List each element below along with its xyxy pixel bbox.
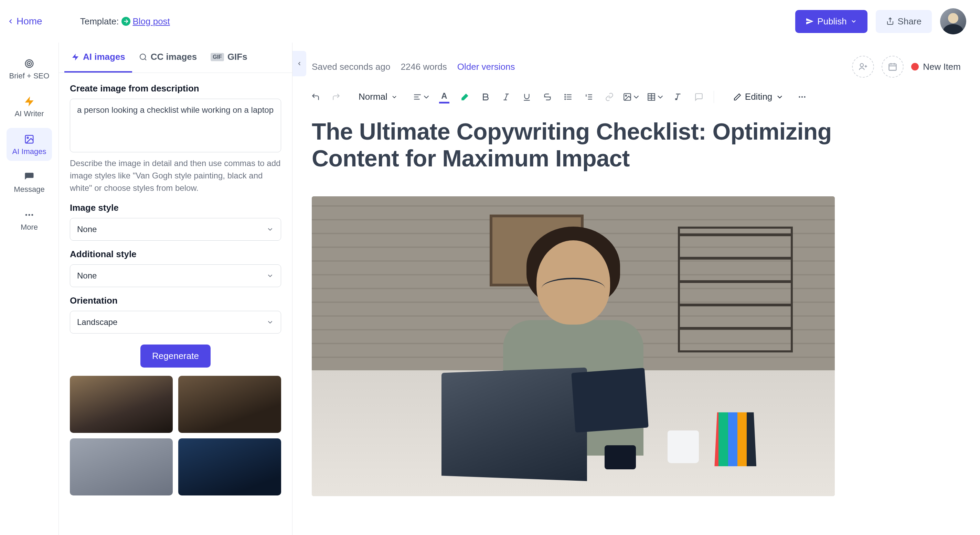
status-label: New Item bbox=[923, 62, 961, 72]
chevron-down-icon bbox=[266, 318, 274, 326]
svg-line-25 bbox=[505, 94, 508, 100]
strikethrough-button[interactable] bbox=[538, 88, 557, 106]
toolbar-more-button[interactable] bbox=[793, 88, 811, 106]
tab-gifs-label: GIFs bbox=[228, 52, 247, 62]
additional-style-value: None bbox=[77, 271, 97, 281]
redo-icon bbox=[332, 92, 340, 102]
add-collaborator-button[interactable] bbox=[852, 56, 874, 78]
redo-button[interactable] bbox=[327, 88, 345, 106]
user-plus-icon bbox=[858, 62, 868, 71]
undo-icon bbox=[311, 92, 320, 102]
svg-point-7 bbox=[25, 214, 27, 216]
regenerate-button[interactable]: Regenerate bbox=[140, 344, 211, 368]
more-icon bbox=[798, 92, 807, 102]
panel-tabs: AI images CC images GIF GIFs bbox=[59, 43, 292, 73]
nav-brief-label: Brief + SEO bbox=[9, 71, 49, 81]
nav-ai-images[interactable]: AI Images bbox=[6, 128, 52, 161]
editing-mode-label: Editing bbox=[745, 92, 773, 102]
align-left-icon bbox=[413, 92, 422, 102]
user-avatar[interactable] bbox=[940, 8, 966, 34]
bold-button[interactable] bbox=[476, 88, 495, 106]
tab-cc-images[interactable]: CC images bbox=[132, 43, 204, 73]
document-hero-image[interactable] bbox=[312, 196, 835, 496]
orientation-select[interactable]: Landscape bbox=[70, 311, 281, 333]
chat-icon bbox=[24, 172, 34, 182]
status-dot-icon bbox=[911, 63, 919, 70]
highlight-icon bbox=[460, 92, 469, 102]
ai-images-panel: AI images CC images GIF GIFs Create imag… bbox=[59, 43, 293, 535]
align-button[interactable] bbox=[411, 88, 433, 106]
undo-button[interactable] bbox=[306, 88, 325, 106]
generated-image-thumb[interactable] bbox=[178, 438, 281, 495]
link-icon bbox=[605, 92, 614, 102]
numbered-list-icon bbox=[584, 92, 593, 102]
chevron-left-icon bbox=[296, 60, 302, 67]
nav-more[interactable]: More bbox=[6, 203, 52, 237]
home-link[interactable]: Home bbox=[7, 16, 42, 27]
tab-ai-images[interactable]: AI images bbox=[64, 43, 132, 73]
comment-button[interactable] bbox=[690, 88, 708, 106]
highlight-button[interactable] bbox=[456, 88, 474, 106]
numbered-list-button[interactable] bbox=[579, 88, 598, 106]
publish-button[interactable]: Publish bbox=[795, 10, 867, 33]
editing-mode-select[interactable]: Editing bbox=[726, 87, 791, 106]
nav-brief-seo[interactable]: Brief + SEO bbox=[6, 52, 52, 85]
editor-area: Saved seconds ago 2246 words Older versi… bbox=[293, 43, 980, 535]
chevron-down-icon bbox=[391, 94, 398, 100]
link-button[interactable] bbox=[600, 88, 619, 106]
document-title[interactable]: The Ultimate Copywriting Checklist: Opti… bbox=[312, 118, 918, 171]
underline-button[interactable] bbox=[517, 88, 536, 106]
insert-table-button[interactable] bbox=[645, 88, 667, 106]
svg-point-33 bbox=[565, 99, 565, 99]
additional-style-select[interactable]: None bbox=[70, 264, 281, 287]
generated-image-thumb[interactable] bbox=[70, 376, 173, 433]
text-style-select[interactable]: Normal bbox=[352, 87, 405, 106]
orientation-value: Landscape bbox=[77, 318, 117, 327]
bolt-icon bbox=[71, 53, 80, 61]
text-color-icon: A bbox=[439, 92, 449, 102]
image-prompt-input[interactable] bbox=[70, 99, 281, 152]
image-style-label: Image style bbox=[70, 203, 281, 213]
share-label: Share bbox=[898, 16, 921, 27]
template-label-wrap: Template: Blog post bbox=[80, 16, 170, 27]
image-style-select[interactable]: None bbox=[70, 218, 281, 241]
generated-image-thumb[interactable] bbox=[70, 438, 173, 495]
generated-image-thumb[interactable] bbox=[178, 376, 281, 433]
saved-status: Saved seconds ago bbox=[312, 62, 390, 72]
strikethrough-icon bbox=[543, 92, 552, 102]
insert-image-button[interactable] bbox=[621, 88, 643, 106]
svg-point-3 bbox=[29, 63, 30, 64]
text-color-button[interactable]: A bbox=[435, 88, 453, 106]
template-link[interactable]: Blog post bbox=[121, 16, 170, 27]
nav-ai-writer[interactable]: AI Writer bbox=[6, 90, 52, 123]
nav-message[interactable]: Message bbox=[6, 166, 52, 199]
bullet-list-button[interactable] bbox=[559, 88, 578, 106]
document-body[interactable]: The Ultimate Copywriting Checklist: Opti… bbox=[293, 114, 980, 535]
clear-formatting-button[interactable] bbox=[669, 88, 687, 106]
svg-point-11 bbox=[140, 54, 146, 59]
svg-point-43 bbox=[799, 96, 800, 97]
bullet-list-icon bbox=[564, 92, 573, 102]
image-icon bbox=[623, 92, 632, 102]
underline-icon bbox=[522, 92, 531, 102]
home-label: Home bbox=[16, 16, 42, 27]
pencil-icon bbox=[733, 93, 741, 101]
italic-button[interactable] bbox=[497, 88, 515, 106]
nav-images-label: AI Images bbox=[12, 147, 46, 156]
topbar-right: Publish Share bbox=[795, 8, 966, 34]
nav-writer-label: AI Writer bbox=[14, 110, 44, 118]
text-style-value: Normal bbox=[358, 92, 387, 102]
tab-gifs[interactable]: GIF GIFs bbox=[204, 43, 254, 73]
image-style-value: None bbox=[77, 224, 97, 234]
share-button[interactable]: Share bbox=[876, 10, 932, 33]
topbar: Home Template: Blog post Publish Share bbox=[0, 0, 980, 43]
collapse-panel-handle[interactable] bbox=[293, 51, 306, 76]
editor-toolbar: Normal A bbox=[293, 78, 980, 114]
nav-message-label: Message bbox=[14, 185, 45, 194]
italic-icon bbox=[502, 92, 511, 102]
status-new-item[interactable]: New Item bbox=[911, 62, 961, 72]
older-versions-link[interactable]: Older versions bbox=[457, 62, 515, 72]
tab-ai-images-label: AI images bbox=[83, 52, 125, 62]
image-icon bbox=[24, 134, 34, 144]
schedule-button[interactable] bbox=[881, 56, 904, 78]
